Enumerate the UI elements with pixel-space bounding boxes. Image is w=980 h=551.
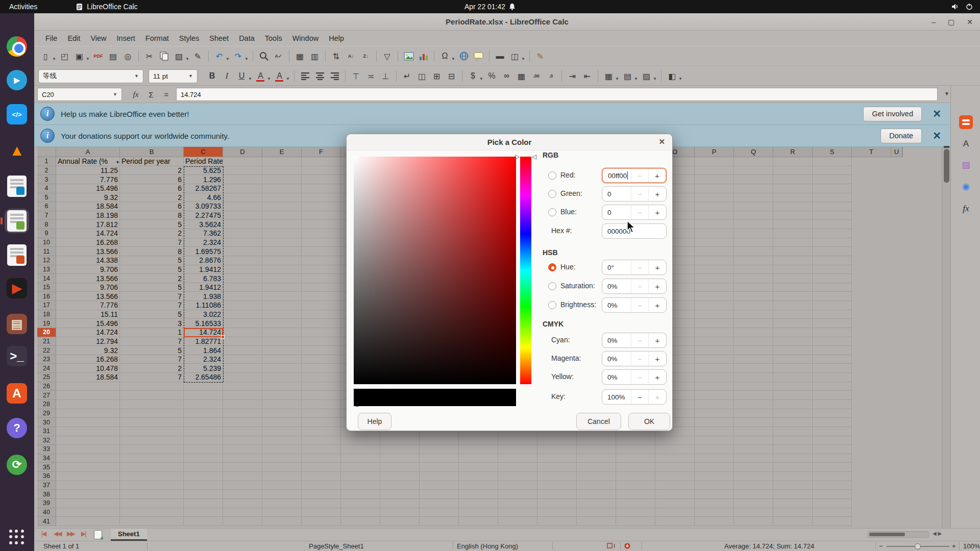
cell-C26[interactable]	[184, 382, 223, 391]
cell-D31[interactable]	[223, 427, 262, 436]
cell-O34[interactable]	[655, 454, 695, 463]
cell-R13[interactable]	[773, 265, 813, 274]
selection-stats[interactable]: Average: 14.724; Sum: 14.724	[724, 542, 814, 550]
show-draw-functions-icon[interactable]: ✎	[533, 49, 547, 63]
cell-M32[interactable]	[577, 436, 616, 445]
row-header-5[interactable]: 5	[37, 193, 56, 203]
cell-I41[interactable]	[420, 517, 459, 526]
select-all-corner[interactable]	[37, 147, 56, 157]
cell-A18[interactable]: 15.11	[56, 310, 120, 319]
cell-F6[interactable]	[302, 202, 341, 211]
cell-P6[interactable]	[695, 202, 734, 211]
cell-M40[interactable]	[577, 508, 616, 517]
cell-F19[interactable]	[302, 319, 341, 328]
blue-increment-icon[interactable]: +	[649, 205, 666, 219]
insert-column-icon[interactable]: ▥	[308, 49, 322, 63]
brightness-decrement-icon[interactable]: −	[631, 298, 649, 312]
cell-F15[interactable]	[302, 283, 341, 292]
cell-K32[interactable]	[498, 436, 537, 445]
cell-A22[interactable]: 9.32	[56, 346, 120, 355]
key-increment-icon[interactable]: +	[649, 390, 666, 404]
cell-N38[interactable]	[616, 490, 655, 499]
sidebar-gallery-icon[interactable]: ▨	[959, 158, 973, 172]
sort-ascending-icon[interactable]: A↓	[344, 49, 358, 63]
saturation-radio[interactable]	[548, 282, 556, 290]
cell-B19[interactable]: 3	[120, 319, 184, 328]
cell-Q36[interactable]	[734, 472, 773, 481]
cell-D27[interactable]	[223, 391, 262, 400]
dialog-titlebar[interactable]: Pick a Color ✕	[347, 134, 672, 151]
save-icon[interactable]: ▣▼	[72, 49, 86, 63]
cell-E39[interactable]	[262, 499, 302, 508]
cell-P38[interactable]	[695, 490, 734, 499]
cell-R9[interactable]	[773, 229, 813, 238]
cell-M39[interactable]	[577, 499, 616, 508]
row-header-38[interactable]: 38	[37, 490, 56, 499]
menu-file[interactable]: File	[40, 33, 62, 44]
cell-C14[interactable]: 6.783	[184, 274, 223, 283]
cell-S14[interactable]	[813, 274, 852, 283]
cell-S21[interactable]	[813, 337, 852, 346]
yellow-value[interactable]: 0%	[602, 370, 631, 384]
cell-H40[interactable]	[380, 508, 420, 517]
cell-Q17[interactable]	[734, 301, 773, 310]
row-header-28[interactable]: 28	[37, 400, 56, 409]
cell-Q8[interactable]	[734, 220, 773, 229]
cell-R21[interactable]	[773, 337, 813, 346]
cell-O36[interactable]	[655, 472, 695, 481]
cell-E33[interactable]	[262, 445, 302, 454]
cell-Q23[interactable]	[734, 355, 773, 364]
align-top-icon[interactable]: ⊤	[349, 69, 363, 83]
cell-C37[interactable]	[184, 481, 223, 490]
cell-E21[interactable]	[262, 337, 302, 346]
cell-Q21[interactable]	[734, 337, 773, 346]
cell-E22[interactable]	[262, 346, 302, 355]
cell-F25[interactable]	[302, 373, 341, 382]
blue-radio[interactable]	[548, 208, 556, 216]
cell-A31[interactable]	[56, 427, 120, 436]
cell-Q28[interactable]	[734, 400, 773, 409]
cell-P9[interactable]	[695, 229, 734, 238]
cell-F2[interactable]	[302, 166, 341, 176]
horizontal-scrollbar-thumb[interactable]	[869, 533, 905, 536]
cell-R32[interactable]	[773, 436, 813, 445]
cell-G33[interactable]	[341, 445, 380, 454]
row-header-18[interactable]: 18	[37, 310, 56, 319]
column-header-S[interactable]: S	[813, 147, 852, 157]
chevron-down-icon[interactable]: ▼	[244, 57, 249, 61]
align-right-icon[interactable]	[328, 69, 341, 83]
cell-R14[interactable]	[773, 274, 813, 283]
row-header-11[interactable]: 11	[37, 247, 56, 256]
cell-P14[interactable]	[695, 274, 734, 283]
red-value[interactable]: 00ff00	[603, 169, 631, 182]
cell-B38[interactable]	[120, 490, 184, 499]
donate-button[interactable]: Donate	[880, 129, 922, 143]
cell-B20[interactable]: 1	[120, 328, 184, 337]
cell-O33[interactable]	[655, 445, 695, 454]
cell-E28[interactable]	[262, 400, 302, 409]
key-decrement-icon[interactable]: −	[631, 390, 649, 404]
cell-E15[interactable]	[262, 283, 302, 292]
row-header-13[interactable]: 13	[37, 265, 56, 274]
cut-icon[interactable]: ✂	[142, 49, 156, 63]
cell-L38[interactable]	[537, 490, 577, 499]
cell-P19[interactable]	[695, 319, 734, 328]
cell-Q35[interactable]	[734, 463, 773, 472]
cell-C25[interactable]: 2.65486	[184, 373, 223, 382]
cell-A19[interactable]: 15.496	[56, 319, 120, 328]
cell-E16[interactable]	[262, 292, 302, 301]
dock-libreoffice-writer[interactable]	[5, 174, 29, 198]
cell-O35[interactable]	[655, 463, 695, 472]
cell-H39[interactable]	[380, 499, 420, 508]
headers-footers-icon[interactable]: ▬	[493, 49, 507, 63]
cell-J35[interactable]	[459, 463, 498, 472]
cell-O37[interactable]	[655, 481, 695, 490]
chevron-down-icon[interactable]: ▼	[248, 77, 252, 81]
cell-D9[interactable]	[223, 229, 262, 238]
row-header-19[interactable]: 19	[37, 319, 56, 328]
cell-M35[interactable]	[577, 463, 616, 472]
cell-B34[interactable]	[120, 454, 184, 463]
cell-B22[interactable]: 5	[120, 346, 184, 355]
close-icon[interactable]: ✕	[933, 108, 941, 120]
cell-C16[interactable]: 1.938	[184, 292, 223, 301]
